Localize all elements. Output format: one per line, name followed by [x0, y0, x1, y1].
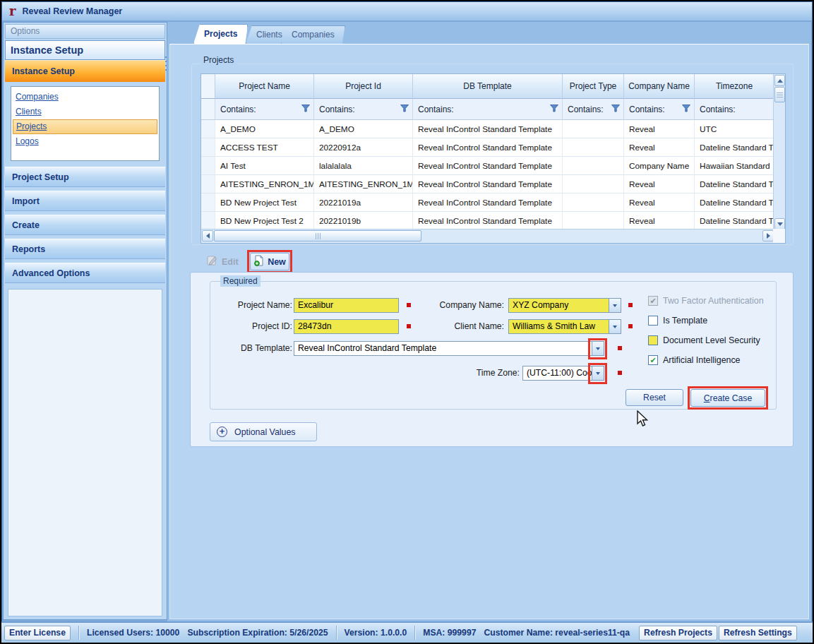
db-template-label: DB Template: [220, 341, 292, 356]
required-groupbox: Required Project Name: Excalibur Company… [210, 281, 777, 410]
client-name-combobox[interactable]: Williams & Smith Law [508, 319, 621, 334]
checkbox-is-template[interactable]: Is Template [648, 315, 764, 326]
filter-label: Contains: [629, 105, 665, 114]
enter-license-button[interactable]: Enter License [4, 626, 71, 640]
sidebar-section-reports[interactable]: Reports [5, 239, 165, 259]
row-indicator-cell [201, 157, 215, 175]
sidebar-link-companies[interactable]: Companies [13, 90, 157, 105]
filter-label: Contains: [220, 105, 256, 114]
checkbox-two-factor-authentication[interactable]: ✔Two Factor Authentication [648, 295, 764, 306]
grid-cell: A_DEMO [215, 120, 314, 138]
project-name-input[interactable]: Excalibur [294, 298, 399, 313]
filter-funnel-icon[interactable] [400, 105, 409, 114]
sidebar-section-project-setup[interactable]: Project Setup [5, 167, 165, 187]
scroll-down-button[interactable] [774, 218, 785, 229]
new-button[interactable]: New [250, 253, 289, 270]
required-marker [628, 324, 633, 328]
grid-cell: Reveal [624, 175, 695, 193]
options-header: Options [5, 24, 165, 39]
filter-funnel-icon[interactable] [301, 105, 310, 114]
checkbox-document-level-security[interactable]: Document Level Security [648, 335, 764, 345]
scroll-right-button[interactable] [762, 230, 774, 242]
filter-cell-project-id[interactable]: Contains: [314, 99, 413, 120]
grid-cell: 20221019a [314, 193, 413, 212]
checkbox-label: Artificial Intelligence [663, 355, 741, 365]
filter-label: Contains: [319, 105, 355, 114]
filter-cell-company-name[interactable]: Contains: [624, 99, 695, 120]
column-header-project-name[interactable]: Project Name [215, 74, 314, 99]
sidebar-section-instance-setup[interactable]: Instance Setup [5, 60, 165, 82]
filter-cell-timezone[interactable]: Contains: [695, 99, 774, 120]
grid-horizontal-scrollbar[interactable] [201, 229, 774, 243]
grid-filter-row: Contains:Contains:Contains:Contains:Cont… [201, 99, 774, 120]
grid-row-a-demo[interactable]: A_DEMOA_DEMOReveal InControl Standard Te… [201, 120, 774, 138]
filter-cell-project-name[interactable]: Contains: [215, 99, 314, 120]
tab-projects[interactable]: Projects [193, 24, 248, 44]
project-id-input[interactable]: 28473dn [294, 319, 399, 334]
time-zone-label: Time Zone: [449, 366, 520, 381]
sidebar: Options Instance Setup Instance Setup Co… [3, 22, 167, 620]
row-indicator-cell [201, 193, 215, 212]
vscroll-thumb[interactable] [774, 87, 785, 102]
filter-funnel-icon[interactable] [611, 105, 620, 114]
grid-cell: ACCESS TEST [215, 138, 314, 157]
column-header-timezone[interactable]: Timezone [695, 74, 774, 99]
grid-cell: AITESTING_ENRON_1M [215, 175, 314, 193]
customer-name-text: Customer Name: reveal-series11-qa [484, 628, 630, 638]
required-marker [407, 303, 411, 307]
filter-cell-db-template[interactable]: Contains: [413, 99, 563, 120]
subscription-expiration-text: Subscription Expiration: 5/26/2025 [187, 628, 328, 638]
edit-button[interactable]: Edit [207, 253, 242, 270]
sidebar-section-create[interactable]: Create [5, 215, 165, 235]
column-header-project-type[interactable]: Project Type [563, 74, 624, 99]
company-name-combobox[interactable]: XYZ Company [508, 298, 621, 313]
grid-row-bd-new-project-test-2[interactable]: BD New Project Test 220221019bReveal InC… [201, 212, 774, 230]
filter-funnel-icon[interactable] [682, 105, 690, 114]
client-name-dropdown-icon[interactable] [609, 320, 621, 333]
tab-companies[interactable]: Companies [281, 25, 345, 44]
sidebar-link-logos[interactable]: Logos [13, 134, 157, 149]
time-zone-value: (UTC-11:00) Coordinated Uni [523, 366, 592, 380]
grid-cell: lalalalala [314, 157, 413, 175]
grid-row-ai-test[interactable]: AI TestlalalalalaReveal InControl Standa… [201, 157, 774, 175]
version-text: Version: 1.0.0.0 [345, 628, 407, 638]
sidebar-section-advanced-options[interactable]: Advanced Options [5, 263, 165, 283]
grid-row-bd-new-project-test[interactable]: BD New Project Test20221019aReveal InCon… [201, 193, 774, 212]
checkbox-label: Two Factor Authentication [663, 296, 764, 306]
project-name-label: Project Name: [220, 298, 292, 313]
optional-values-expander[interactable]: + Optional Values [210, 422, 317, 441]
grid-row-access-test[interactable]: ACCESS TEST20220912aReveal InControl Sta… [201, 138, 774, 157]
sidebar-section-import[interactable]: Import [5, 191, 165, 211]
reset-button[interactable]: Reset [626, 389, 683, 406]
checkbox-label: Document Level Security [663, 335, 760, 345]
scroll-left-button[interactable] [202, 230, 213, 242]
grid-vertical-scrollbar[interactable] [773, 74, 785, 230]
row-indicator-header [201, 74, 215, 99]
statusbar-separator [414, 626, 415, 640]
filter-funnel-icon[interactable] [550, 105, 558, 114]
form-panel: Required Project Name: Excalibur Company… [190, 272, 794, 447]
refresh-settings-button[interactable]: Refresh Settings [719, 626, 797, 640]
column-header-db-template[interactable]: DB Template [413, 74, 563, 99]
grid-cell: UTC [695, 120, 774, 138]
column-header-company-name[interactable]: Company Name [624, 74, 695, 99]
refresh-projects-button[interactable]: Refresh Projects [639, 626, 717, 640]
grid-cell [563, 212, 624, 230]
grid-header-row: Project NameProject IdDB TemplateProject… [201, 74, 774, 99]
sidebar-link-clients[interactable]: Clients [13, 105, 157, 119]
create-case-button[interactable]: Create Case [690, 389, 765, 407]
scroll-up-button[interactable] [774, 75, 785, 86]
row-indicator-cell [201, 212, 215, 230]
column-header-project-id[interactable]: Project Id [314, 74, 413, 99]
grid-row-aitesting-enron-1m[interactable]: AITESTING_ENRON_1MAITESTING_ENRON_1MReve… [201, 175, 774, 193]
db-template-combobox[interactable]: Reveal InControl Standard Template [294, 341, 604, 356]
filter-cell-project-type[interactable]: Contains: [563, 99, 624, 120]
new-label: New [268, 257, 286, 267]
company-name-dropdown-icon[interactable] [609, 299, 621, 312]
status-bar: Enter License Licensed Users: 10000 Subs… [1, 621, 813, 643]
sidebar-link-projects[interactable]: Projects [13, 119, 157, 134]
checkbox-artificial-intelligence[interactable]: ✔Artificial Intelligence [648, 354, 764, 365]
row-indicator-cell [201, 175, 215, 193]
hscroll-thumb[interactable] [214, 230, 421, 242]
grid-cell [563, 138, 624, 157]
